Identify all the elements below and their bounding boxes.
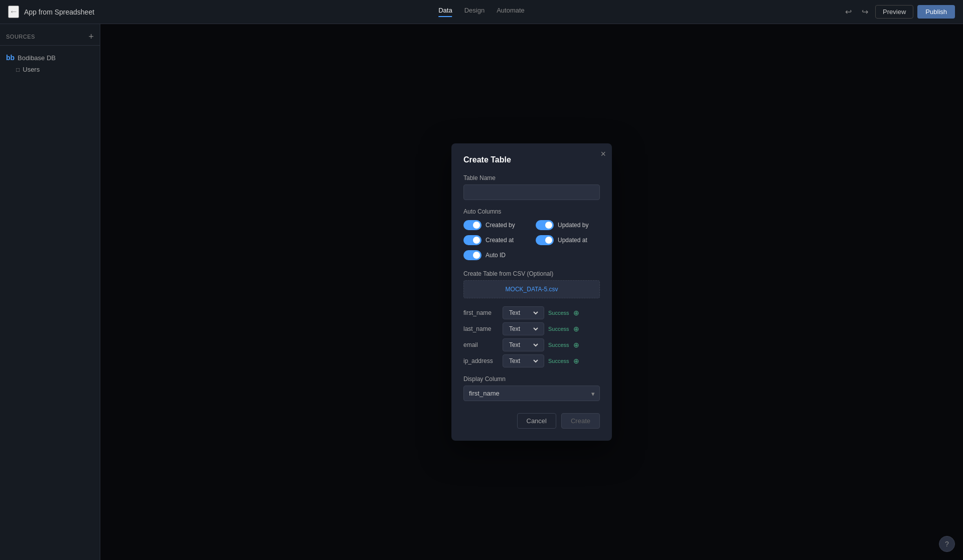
csv-row-last-name: last_name TextNumberBooleanDate Success … [463, 322, 600, 335]
sidebar-item-bodibase-db[interactable]: bb Bodibase DB [6, 52, 94, 64]
toggle-auto-id[interactable] [463, 250, 482, 260]
csv-type-dropdown-first-name[interactable]: TextNumberBooleanDate [507, 309, 540, 317]
modal-overlay: × Create Table Table Name Auto Columns [100, 24, 963, 560]
csv-section: Create Table from CSV (Optional) MOCK_DA… [463, 270, 600, 298]
csv-field-first-name: first_name [463, 309, 499, 316]
toggle-label-created-at: Created at [486, 237, 514, 244]
table-name-label: Table Name [463, 174, 600, 181]
toggle-label-updated-by: Updated by [558, 222, 588, 229]
csv-status-icon-ip-address: ⊕ [573, 357, 579, 365]
tab-automate[interactable]: Automate [497, 7, 525, 17]
preview-button[interactable]: Preview [875, 5, 913, 19]
table-name-input[interactable] [463, 184, 600, 200]
modal-title: Create Table [463, 155, 600, 164]
table-label: Users [23, 66, 40, 73]
tab-design[interactable]: Design [464, 7, 485, 17]
main-content: × Create Table Table Name Auto Columns [100, 24, 963, 560]
topbar-left: ← App from Spreadsheet [8, 6, 94, 18]
help-button[interactable]: ? [939, 536, 955, 552]
csv-type-dropdown-last-name[interactable]: TextNumberBooleanDate [507, 325, 540, 333]
csv-type-dropdown-ip-address[interactable]: TextNumberBooleanDate [507, 357, 540, 365]
csv-field-last-name: last_name [463, 325, 499, 332]
csv-row-email: email TextNumberBooleanDate Success ⊕ [463, 338, 600, 351]
sidebar-group: bb Bodibase DB □ Users [0, 50, 100, 77]
toggle-label-auto-id: Auto ID [486, 252, 506, 259]
csv-status-icon-last-name: ⊕ [573, 325, 579, 333]
toggle-grid: Created by Updated by [463, 220, 600, 260]
toggle-label-updated-at: Updated at [558, 237, 587, 244]
csv-status-icon-first-name: ⊕ [573, 309, 579, 317]
redo-button[interactable]: ↪ [859, 5, 871, 19]
csv-type-select-ip-address[interactable]: TextNumberBooleanDate [503, 354, 544, 367]
topbar-tabs: Data Design Automate [438, 7, 525, 17]
csv-rows: first_name TextNumberBooleanDate Success… [463, 306, 600, 367]
csv-row-ip-address: ip_address TextNumberBooleanDate Success… [463, 354, 600, 367]
toggle-row-created-by: Created by [463, 220, 528, 230]
undo-button[interactable]: ↩ [842, 5, 855, 19]
csv-status-first-name: Success [548, 310, 569, 316]
toggle-row-auto-id: Auto ID [463, 250, 528, 260]
display-column-wrapper: first_name last_name email ip_address [463, 386, 600, 401]
sidebar-item-users[interactable]: □ Users [6, 64, 94, 75]
sidebar-add-button[interactable]: + [88, 32, 94, 41]
create-table-modal: × Create Table Table Name Auto Columns [451, 143, 612, 441]
toggle-updated-by[interactable] [536, 220, 554, 230]
auto-columns-section: Auto Columns Created by [463, 208, 600, 260]
csv-status-email: Success [548, 342, 569, 348]
topbar-right: ↩ ↪ Preview Publish [842, 5, 955, 19]
csv-row-first-name: first_name TextNumberBooleanDate Success… [463, 306, 600, 319]
app-title: App from Spreadsheet [24, 8, 94, 16]
csv-status-icon-email: ⊕ [573, 341, 579, 349]
csv-status-ip-address: Success [548, 358, 569, 364]
table-name-group: Table Name [463, 174, 600, 200]
toggle-label-created-by: Created by [486, 222, 515, 229]
topbar: ← App from Spreadsheet Data Design Autom… [0, 0, 963, 24]
csv-field-ip-address: ip_address [463, 357, 499, 364]
tab-data[interactable]: Data [438, 7, 452, 17]
csv-type-select-first-name[interactable]: TextNumberBooleanDate [503, 306, 544, 319]
db-label: Bodibase DB [18, 54, 56, 62]
sidebar-header: Sources + [0, 30, 100, 45]
toggle-created-by[interactable] [463, 220, 482, 230]
sidebar: Sources + bb Bodibase DB □ Users [0, 24, 100, 560]
modal-close-button[interactable]: × [600, 149, 606, 158]
display-column-label: Display Column [463, 376, 600, 383]
publish-button[interactable]: Publish [917, 5, 955, 19]
csv-dropzone[interactable]: MOCK_DATA-5.csv [463, 280, 600, 298]
db-icon: bb [6, 54, 15, 62]
cancel-button[interactable]: Cancel [517, 413, 556, 429]
toggle-updated-at[interactable] [536, 235, 554, 245]
modal-footer: Cancel Create [463, 411, 600, 429]
toggle-created-at[interactable] [463, 235, 482, 245]
toggle-row-updated-by: Updated by [536, 220, 600, 230]
toggle-row-created-at: Created at [463, 235, 528, 245]
sidebar-divider [0, 45, 100, 46]
display-column-section: Display Column first_name last_name emai… [463, 376, 600, 401]
auto-columns-label: Auto Columns [463, 208, 600, 215]
csv-type-select-last-name[interactable]: TextNumberBooleanDate [503, 322, 544, 335]
sidebar-title: Sources [6, 34, 35, 40]
create-button[interactable]: Create [561, 413, 600, 429]
display-column-select[interactable]: first_name last_name email ip_address [463, 386, 600, 401]
back-button[interactable]: ← [8, 6, 19, 18]
csv-type-dropdown-email[interactable]: TextNumberBooleanDate [507, 341, 540, 349]
csv-status-last-name: Success [548, 326, 569, 332]
toggle-row-updated-at: Updated at [536, 235, 600, 245]
csv-label: Create Table from CSV (Optional) [463, 270, 600, 277]
csv-field-email: email [463, 341, 499, 348]
csv-type-select-email[interactable]: TextNumberBooleanDate [503, 338, 544, 351]
table-icon: □ [16, 66, 20, 73]
